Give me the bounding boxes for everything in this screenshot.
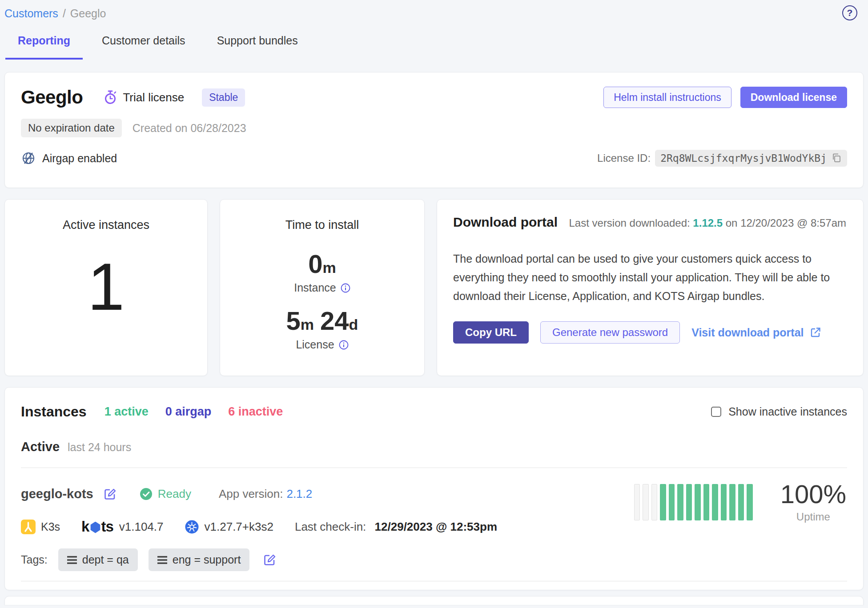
uptime-bar	[729, 484, 735, 520]
tab-support-bundles[interactable]: Support bundles	[205, 34, 310, 60]
kubernetes-version: v1.27.7+k3s2	[185, 520, 273, 534]
license-id-value: 2Rq8WLcsjfxqrMysjvB1WodYkBj	[660, 152, 827, 164]
edit-tags-icon[interactable]	[263, 553, 276, 567]
airgap-globe-icon	[21, 151, 36, 166]
last-version-suffix: on 12/20/2023 @ 8:57am	[726, 217, 846, 229]
license-time-value-1: 5	[286, 306, 301, 335]
expiration-badge: No expiration date	[21, 119, 122, 137]
kots-logo-o-icon	[90, 522, 100, 533]
license-id-chip: 2Rq8WLcsjfxqrMysjvB1WodYkBj	[655, 150, 847, 167]
breadcrumb-separator: /	[63, 7, 66, 20]
uptime-bar	[651, 484, 658, 520]
active-count[interactable]: 1 active	[104, 405, 149, 419]
download-license-button[interactable]: Download license	[740, 87, 847, 108]
uptime-bar	[660, 484, 666, 520]
ready-label: Ready	[158, 487, 191, 501]
license-id-label: License ID:	[597, 152, 651, 164]
instance-time-value: 0	[308, 249, 322, 278]
uptime-bar	[643, 484, 649, 520]
copy-license-icon[interactable]	[831, 153, 842, 164]
distribution: K3s	[21, 520, 60, 534]
visit-download-portal-link[interactable]: Visit download portal	[691, 326, 821, 339]
instance-row: geeglo-kots Ready App version:2.1.2	[21, 468, 847, 571]
uptime-bar	[634, 484, 640, 520]
breadcrumb-current: Geeglo	[70, 7, 106, 20]
license-install-time: 5m 24d	[286, 306, 358, 336]
instances-title: Instances	[21, 404, 87, 420]
customer-reporting-page: Customers / Geeglo ? Reporting Customer …	[0, 0, 868, 608]
uptime-bars-chart	[634, 484, 753, 520]
tab-reporting[interactable]: Reporting	[5, 34, 83, 60]
uptime-bar	[747, 484, 753, 520]
inactive-count[interactable]: 6 inactive	[228, 405, 283, 419]
channel-badge: Stable	[202, 88, 245, 107]
help-icon[interactable]: ?	[842, 5, 857, 20]
info-icon[interactable]	[341, 283, 350, 293]
stopwatch-icon	[103, 90, 117, 105]
last-checkin-label: Last check-in:	[295, 520, 366, 533]
active-instances-value: 1	[88, 253, 125, 320]
kubernetes-version-label: v1.27.7+k3s2	[205, 520, 273, 534]
uptime-bar	[669, 484, 675, 520]
kots-logo-ts: ts	[101, 518, 113, 535]
instance-time-unit: m	[323, 259, 336, 276]
airgap-status: Airgap enabled	[21, 151, 117, 166]
copy-url-button[interactable]: Copy URL	[453, 321, 529, 344]
last-version-prefix: Last version downloaded:	[569, 217, 690, 229]
app-version: App version:2.1.2	[219, 487, 312, 501]
generate-password-button[interactable]: Generate new password	[540, 321, 680, 344]
last-version-downloaded: Last version downloaded: 1.12.5 on 12/20…	[569, 217, 847, 229]
info-icon[interactable]	[339, 340, 349, 350]
uptime-bar	[677, 484, 683, 520]
customer-summary-card: Geeglo Trial license Stable Helm install…	[4, 72, 864, 188]
active-section-label: Active	[21, 440, 60, 454]
uptime-bar	[695, 484, 701, 520]
created-date: Created on 06/28/2023	[133, 122, 246, 135]
uptime-bar	[712, 484, 718, 520]
instance-time-label: Instance	[294, 281, 336, 294]
visit-link-label: Visit download portal	[691, 326, 804, 339]
tab-customer-details[interactable]: Customer details	[89, 34, 198, 60]
show-inactive-checkbox[interactable]	[711, 407, 721, 417]
tag-chip[interactable]: eng = support	[149, 548, 250, 571]
tag-chip[interactable]: dept = qa	[58, 548, 138, 571]
k3s-icon	[21, 520, 36, 534]
stats-row: Active instances 1 Time to install 0m In…	[4, 199, 864, 376]
tags-label: Tags:	[21, 553, 48, 566]
tag-value: dept = qa	[82, 553, 129, 566]
tag-value: eng = support	[173, 553, 241, 566]
tab-bar: Reporting Customer details Support bundl…	[4, 34, 864, 60]
tag-lines-icon	[67, 556, 77, 564]
license-time-label: License	[296, 338, 334, 351]
divider	[21, 581, 847, 581]
download-portal-description: The download portal can be used to give …	[453, 249, 839, 305]
kots-version: v1.104.7	[119, 520, 164, 534]
license-time-label-row: License	[296, 338, 348, 351]
breadcrumb-customers-link[interactable]: Customers	[4, 7, 58, 20]
kots-logo: k ts	[81, 518, 113, 535]
airgap-count[interactable]: 0 airgap	[165, 405, 212, 419]
uptime-bar	[738, 484, 744, 520]
last-checkin-value: 12/29/2023 @ 12:53pm	[375, 520, 497, 533]
last-checkin: Last check-in: 12/29/2023 @ 12:53pm	[295, 520, 497, 534]
active-section-header: Active last 24 hours	[21, 440, 847, 454]
uptime-label: Uptime	[780, 511, 846, 523]
external-link-icon	[809, 326, 822, 339]
uptime-bar	[721, 484, 727, 520]
instance-status: Ready	[140, 487, 191, 501]
instance-time-label-row: Instance	[294, 281, 350, 294]
tag-lines-icon	[157, 556, 167, 564]
edit-instance-name-icon[interactable]	[103, 488, 117, 501]
show-inactive-toggle[interactable]: Show inactive instances	[711, 405, 847, 418]
license-time-unit-2: d	[349, 316, 358, 333]
kots-logo-k: k	[81, 518, 89, 535]
time-to-install-title: Time to install	[285, 218, 359, 232]
app-version-link[interactable]: 2.1.2	[286, 487, 312, 500]
license-type-label: Trial license	[123, 91, 184, 104]
active-instances-card: Active instances 1	[4, 199, 208, 376]
airgap-label: Airgap enabled	[42, 152, 117, 165]
helm-install-instructions-button[interactable]: Helm install instructions	[603, 87, 731, 108]
instance-name: geeglo-kots	[21, 487, 93, 501]
kubernetes-icon	[185, 520, 199, 534]
last-version-number[interactable]: 1.12.5	[693, 217, 723, 229]
